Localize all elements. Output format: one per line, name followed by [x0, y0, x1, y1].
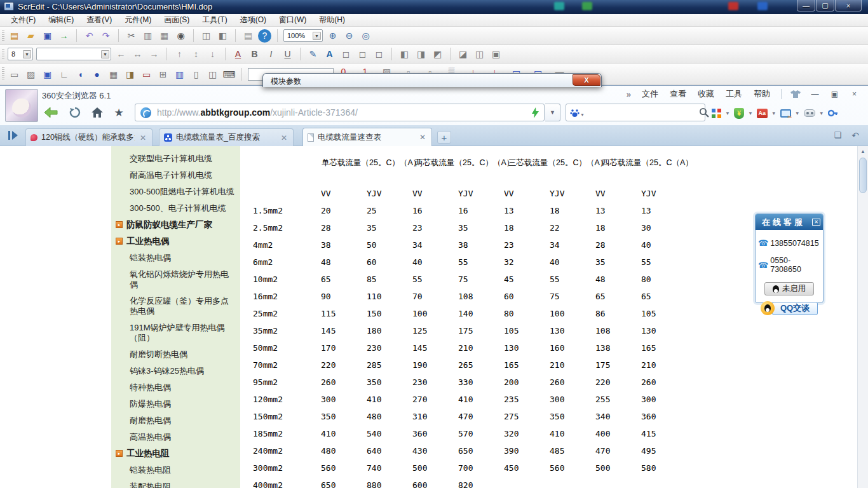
home-icon[interactable] [88, 104, 107, 121]
align-bottom-icon[interactable]: ↓ [206, 48, 219, 61]
shield-caret-icon[interactable]: ▼ [746, 111, 755, 116]
tab-close-icon[interactable]: ✕ [280, 133, 288, 142]
search-box[interactable]: ▼ [566, 104, 705, 121]
scredit-close-button[interactable]: × [835, 0, 862, 11]
sidebar-item[interactable]: ▸工业热电阻 [111, 445, 240, 462]
ellipse-tool-icon[interactable]: ● [90, 67, 104, 81]
find-icon[interactable]: ◉ [174, 29, 187, 43]
scredit-menu-item[interactable]: 画面(S) [158, 13, 195, 27]
site-logo-icon[interactable] [140, 107, 151, 118]
scredit-menu-item[interactable]: 帮助(H) [313, 13, 351, 27]
underline-icon[interactable]: U [281, 48, 294, 61]
new-window-icon[interactable]: ❏ [834, 130, 842, 140]
same-height-icon[interactable]: ◻ [372, 48, 386, 61]
panel-element-icon[interactable]: ▯ [189, 67, 203, 81]
url-bar[interactable]: http://www.abbtkgroup.com/xujinli-Articl… [135, 104, 545, 121]
zoom-out-icon[interactable]: ⊖ [342, 29, 356, 43]
same-width-icon[interactable]: ◻ [356, 48, 369, 61]
browser-tab[interactable]: 120铜线（硬线）能承载多大电✕ [25, 128, 153, 146]
layer-front-icon[interactable]: ◪ [456, 48, 470, 61]
browser-menu-item[interactable]: 工具 [720, 87, 748, 101]
sidebar-item[interactable]: 交联型电子计算机电缆 [111, 151, 240, 167]
translate-caret-icon[interactable]: ▼ [770, 111, 778, 116]
sidebar-item[interactable]: 耐磨切断热电偶 [111, 346, 240, 363]
translate-aa-icon[interactable]: Aa [757, 109, 768, 118]
screen-new-icon[interactable]: ◫ [200, 29, 213, 43]
menu-overflow-icon[interactable]: » [624, 90, 634, 99]
apps-grid-icon[interactable] [712, 109, 721, 118]
space-across-icon[interactable]: ◧ [398, 48, 411, 61]
games-icon[interactable] [804, 109, 815, 117]
new-screen-icon[interactable]: ▤ [8, 29, 21, 43]
scredit-menu-item[interactable]: 元件(M) [119, 13, 157, 27]
sidebar-item[interactable]: 氧化铝闪烁焙烧炉专用热电偶 [111, 266, 240, 293]
zoom-combo[interactable]: 100%▼ [283, 29, 323, 42]
scredit-menu-item[interactable]: 查看(V) [81, 13, 118, 27]
sidebar-item[interactable]: 耐磨热电偶 [111, 412, 240, 429]
align-top-icon[interactable]: ↑ [173, 48, 186, 61]
sidebar-item[interactable]: 防爆热电偶 [111, 396, 240, 412]
align-center-h-icon[interactable]: ↔ [131, 48, 144, 61]
help-icon[interactable]: ? [258, 29, 271, 43]
scredit-menu-item[interactable]: 编辑(E) [43, 13, 79, 27]
password-key-icon[interactable] [828, 108, 838, 118]
print-icon[interactable]: ▤ [241, 29, 255, 43]
sidebar-item[interactable]: 钨铼3-钨铼25热电偶 [111, 363, 240, 379]
align-middle-icon[interactable]: ↕ [189, 48, 203, 61]
button-element-icon[interactable]: ▭ [140, 67, 153, 81]
sidebar-item[interactable]: 300-500阻燃电子计算机电缆 [111, 184, 240, 200]
search-engine-caret-icon[interactable]: ▼ [580, 112, 585, 117]
url-text[interactable]: http://www.abbtkgroup.com/xujinli-Articl… [157, 107, 528, 118]
reopen-closed-tab-icon[interactable]: ↶ [851, 130, 859, 140]
door-element-icon[interactable]: ◫ [206, 67, 219, 81]
tab-close-icon[interactable]: ✕ [139, 133, 147, 142]
browser-close-button[interactable]: × [846, 88, 863, 100]
layer-back-icon[interactable]: ◫ [473, 48, 486, 61]
combo-caret-icon[interactable]: ▼ [101, 50, 109, 58]
tab-close-icon[interactable]: ✕ [418, 133, 427, 142]
qq-status-button[interactable]: 未启用 [764, 282, 814, 295]
combo-caret-icon[interactable]: ▼ [23, 50, 31, 58]
module-params-dialog[interactable]: 模块参数 X [262, 73, 602, 87]
paste-icon[interactable]: ▦ [158, 29, 171, 43]
font-name-combo[interactable]: ▼ [36, 48, 111, 60]
scredit-menu-item[interactable]: 文件(F) [5, 13, 41, 27]
zoom-in-icon[interactable]: ⊕ [326, 29, 339, 43]
sidebar-item[interactable]: ▸防鼠防蚁电缆生产厂家 [111, 217, 240, 233]
copy-icon[interactable]: ▥ [141, 29, 154, 43]
keyboard-element-icon[interactable]: ⌨ [222, 67, 236, 81]
scredit-titlebar[interactable]: ScrEdit - C:\Users\Administrator\Documen… [0, 0, 868, 14]
tab-list-icon[interactable] [8, 130, 19, 140]
space-down-icon[interactable]: ◨ [414, 48, 428, 61]
scroll-up-arrow[interactable]: ▲ [858, 146, 868, 156]
zoom-area-icon[interactable]: ◎ [359, 29, 372, 43]
phone-number-2[interactable]: 0550-7308650 [770, 256, 820, 274]
undo-icon[interactable]: ↶ [83, 29, 96, 43]
center-screen-icon[interactable]: ◩ [431, 48, 444, 61]
scredit-menu-item[interactable]: 工具(T) [196, 13, 233, 27]
dialog-close-button[interactable]: X [573, 74, 600, 86]
browser-tab[interactable]: 电缆载流量表_百度搜索✕ [159, 128, 294, 146]
refresh-icon[interactable] [65, 104, 85, 121]
sidebar-item[interactable]: 191M锅炉炉壁专用热电偶（阻） [111, 320, 240, 346]
browser-menu-item[interactable]: 收藏 [692, 87, 720, 101]
stamp-tool-icon[interactable]: ◨ [123, 67, 137, 81]
browser-tab[interactable]: 电缆载流量速查表✕ [302, 128, 432, 146]
filled-rect-tool-icon[interactable]: ▣ [41, 67, 54, 81]
browser-menu-item[interactable]: 查看 [664, 87, 692, 101]
table-element-icon[interactable]: ▥ [173, 67, 186, 81]
scroll-thumb[interactable] [859, 158, 867, 193]
align-right-icon[interactable]: → [147, 48, 161, 61]
screenshot-caret-icon[interactable]: ▼ [793, 111, 802, 116]
scredit-restore-button[interactable]: ▢ [816, 0, 834, 11]
pattern-tool-icon[interactable]: ▦ [107, 67, 120, 81]
sidebar-item[interactable]: 高温热电偶 [111, 429, 240, 445]
save-icon[interactable]: ▣ [41, 29, 54, 43]
group-icon[interactable]: ▣ [489, 48, 503, 61]
service-panel-close-icon[interactable]: ✕ [812, 219, 820, 226]
scredit-menu-item[interactable]: 窗口(W) [273, 13, 312, 27]
hatched-rect-tool-icon[interactable]: ▨ [24, 67, 37, 81]
text-style-icon[interactable]: A [323, 48, 336, 61]
back-icon[interactable] [41, 104, 61, 121]
sidebar-item[interactable]: 特种热电偶 [111, 379, 240, 396]
